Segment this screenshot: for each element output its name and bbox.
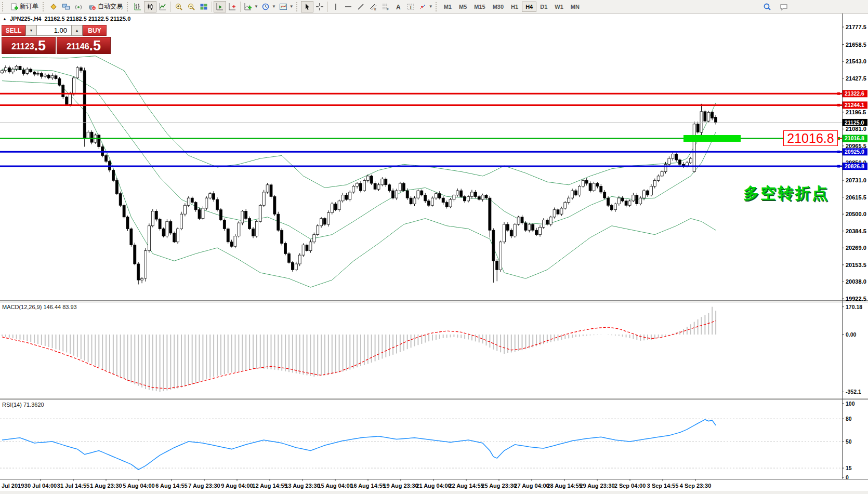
svg-text:19922.5: 19922.5 — [846, 296, 866, 302]
tf-M30[interactable]: M30 — [489, 2, 507, 12]
zoom-out-button[interactable] — [185, 1, 198, 12]
chart-canvas[interactable]: 21777.521658.521543.021427.521312.021196… — [0, 14, 868, 494]
svg-text:50: 50 — [846, 438, 852, 445]
toolbar-separator — [327, 2, 328, 12]
tf-H1[interactable]: H1 — [507, 2, 522, 12]
tf-M15[interactable]: M15 — [470, 2, 489, 12]
svg-text:29 Aug 23:30: 29 Aug 23:30 — [580, 483, 614, 489]
line-chart-button[interactable] — [156, 1, 169, 12]
panel-frames — [0, 14, 868, 494]
crosshair-button[interactable] — [313, 1, 326, 12]
ohlc-bars-button[interactable] — [131, 1, 144, 12]
tf-H4[interactable]: H4 — [522, 2, 536, 12]
svg-text:4 Sep 23:30: 4 Sep 23:30 — [680, 483, 712, 489]
price-annotation-box[interactable]: 21016.8 — [783, 130, 838, 146]
vertical-line-icon — [332, 3, 340, 11]
highlight-rectangle[interactable] — [683, 135, 741, 142]
svg-text:21777.5: 21777.5 — [846, 24, 866, 30]
new-order-button[interactable]: 新订单 — [7, 1, 42, 12]
zoom-in-icon — [175, 3, 183, 11]
tile-windows-icon — [200, 3, 208, 11]
svg-text:20038.0: 20038.0 — [846, 278, 866, 285]
svg-text:20965.5: 20965.5 — [846, 143, 866, 149]
chevron-down-icon: ▼ — [429, 4, 433, 9]
sell-button[interactable]: SELL — [2, 25, 25, 36]
auto-scroll-button[interactable] — [214, 1, 226, 12]
tf-M1[interactable]: M1 — [440, 2, 455, 12]
indicators-button[interactable]: ▼ — [242, 1, 260, 12]
auto-trading-icon — [88, 3, 96, 11]
svg-text:100: 100 — [846, 400, 855, 407]
periods-button[interactable]: ▼ — [260, 1, 278, 12]
svg-text:7 Aug 23:30: 7 Aug 23:30 — [188, 483, 220, 489]
macd-indicator-label: MACD(12,26,9) 146.44 83.93 — [2, 304, 77, 310]
arrows-icon — [418, 3, 427, 11]
svg-text:8 Jul 2019: 8 Jul 2019 — [0, 483, 24, 489]
horizontal-line-button[interactable] — [342, 1, 354, 12]
svg-text:20731.0: 20731.0 — [846, 177, 866, 183]
market-watch-button[interactable] — [60, 1, 72, 12]
chart-symbol-period: JPN225-,H4 — [10, 16, 42, 22]
sell-price-display[interactable]: 21123 .5 — [2, 37, 56, 54]
fibonacci-button[interactable]: F — [379, 1, 392, 12]
toolbar-grip — [436, 2, 438, 11]
svg-text:19 Aug 23:30: 19 Aug 23:30 — [383, 483, 418, 489]
tf-M5[interactable]: M5 — [455, 2, 470, 12]
chart-shift-button[interactable] — [226, 1, 239, 12]
svg-text:25 Aug 23:30: 25 Aug 23:30 — [481, 483, 516, 489]
equidistant-channel-icon: E — [369, 3, 377, 11]
candlestick-button[interactable] — [144, 1, 156, 12]
collapse-triangle-icon[interactable]: ▲ — [3, 17, 7, 21]
timeframe-group: M1M5M15M30H1H4D1W1MN — [440, 2, 583, 12]
tf-D1[interactable]: D1 — [536, 2, 551, 12]
cursor-button[interactable] — [301, 1, 313, 12]
sell-price-main: 21123 — [11, 42, 34, 53]
price-tag-21244.1: 21244.1 — [843, 101, 867, 109]
toolbar-grip — [127, 2, 129, 11]
chart-window-button[interactable] — [47, 1, 60, 12]
svg-text:20153.5: 20153.5 — [846, 262, 866, 268]
svg-text:21427.5: 21427.5 — [846, 75, 866, 82]
signals-button[interactable] — [72, 1, 85, 12]
tile-windows-button[interactable] — [198, 1, 210, 12]
svg-text:21244.1: 21244.1 — [845, 102, 864, 108]
price-tag-21322.6: 21322.6 — [843, 90, 867, 97]
zoom-in-button[interactable] — [173, 1, 185, 12]
vertical-line-button[interactable] — [330, 1, 342, 12]
horizontal-lines[interactable] — [0, 92, 843, 168]
svg-text:21658.5: 21658.5 — [846, 42, 866, 48]
volume-input[interactable]: 1.00 — [37, 25, 71, 36]
chart-ohlc-values: 21162.5 21182.5 21122.5 21125.0 — [44, 16, 130, 22]
chevron-down-icon: ▼ — [254, 4, 258, 9]
buy-button[interactable]: BUY — [83, 25, 107, 36]
svg-text:28 Aug 14:55: 28 Aug 14:55 — [547, 483, 582, 489]
svg-text:-352.1: -352.1 — [846, 389, 861, 395]
chat-button[interactable] — [778, 1, 790, 12]
monitors-icon — [62, 3, 70, 11]
volume-increase-button[interactable]: ▲ — [71, 25, 83, 36]
buy-price-display[interactable]: 21146 .5 — [57, 37, 111, 54]
svg-text:0: 0 — [846, 474, 849, 480]
channel-button[interactable]: E — [367, 1, 379, 12]
tf-W1[interactable]: W1 — [551, 2, 567, 12]
auto-trading-label: 自动交易 — [98, 2, 123, 11]
rsi-panel — [2, 420, 716, 470]
text-label-button[interactable]: T — [404, 1, 417, 12]
chevron-down-icon: ▼ — [272, 4, 276, 9]
text-button[interactable]: A — [392, 1, 404, 12]
auto-trading-button[interactable]: 自动交易 — [85, 1, 126, 12]
trendline-button[interactable] — [354, 1, 367, 12]
price-tag-20826.8: 20826.8 — [843, 163, 867, 170]
new-order-icon — [10, 3, 18, 11]
svg-text:170.18: 170.18 — [846, 304, 862, 310]
search-button[interactable] — [761, 1, 773, 12]
tf-MN[interactable]: MN — [567, 2, 583, 12]
arrows-button[interactable]: ▼ — [417, 1, 435, 12]
svg-text:21322.6: 21322.6 — [845, 90, 864, 97]
templates-button[interactable]: ▼ — [278, 1, 295, 12]
svg-text:20500.0: 20500.0 — [846, 211, 866, 217]
chart-window[interactable]: 21777.521658.521543.021427.521312.021196… — [0, 14, 868, 494]
rsi-indicator-label: RSI(14) 71.3620 — [2, 402, 44, 408]
volume-decrease-button[interactable]: ▼ — [25, 25, 37, 36]
chinese-annotation-text[interactable]: 多空转折点 — [743, 183, 829, 204]
